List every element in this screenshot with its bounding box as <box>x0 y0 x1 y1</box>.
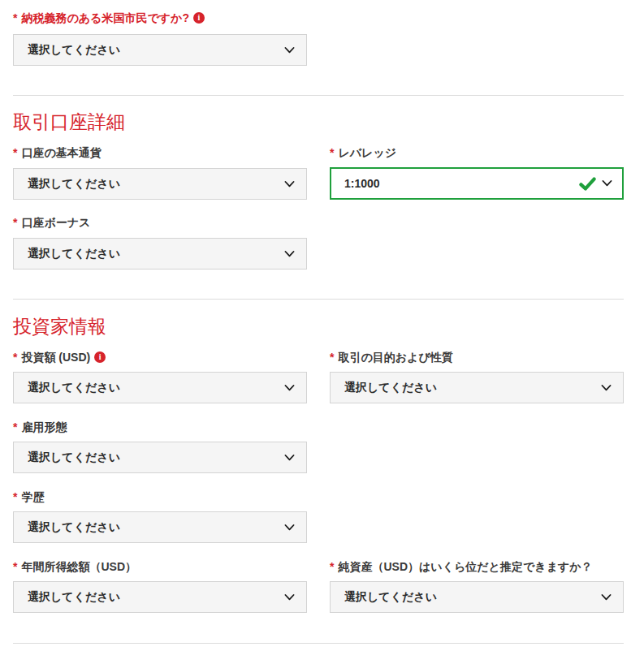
field-label-net-worth: *純資産（USD）はいくら位だと推定できますか？ <box>330 558 593 575</box>
section-divider <box>13 643 624 644</box>
label-text: 純資産（USD）はいくら位だと推定できますか？ <box>338 558 592 575</box>
field-label-us-citizen: *納税義務のある米国市民ですか?i <box>13 10 205 26</box>
label-text: 年間所得総額（USD） <box>21 558 136 575</box>
label-text: 口座の基本通貨 <box>21 144 101 161</box>
chevron-down-icon <box>601 594 612 601</box>
select-value: 選択してください <box>344 381 601 395</box>
select-value: 選択してください <box>28 520 284 535</box>
select-value: 選択してください <box>28 451 284 465</box>
label-text: 雇用形態 <box>21 419 67 435</box>
label-text: 取引の目的および性質 <box>338 349 452 365</box>
select-value: 選択してください <box>28 43 284 58</box>
net-worth-select[interactable]: 選択してください <box>330 581 624 613</box>
chevron-down-icon <box>284 455 295 461</box>
field-label-education: *学歴 <box>13 489 44 505</box>
checkmark-icon <box>579 177 596 191</box>
trading-purpose-select[interactable]: 選択してください <box>330 372 624 403</box>
chevron-down-icon <box>284 47 295 54</box>
section-divider <box>13 95 624 96</box>
investment-amount-select[interactable]: 選択してください <box>13 372 307 403</box>
chevron-down-icon <box>284 594 295 601</box>
select-value: 選択してください <box>28 177 284 192</box>
chevron-down-icon <box>601 385 612 391</box>
section-title-investor-info: 投資家情報 <box>13 315 106 338</box>
info-icon[interactable]: i <box>193 12 205 24</box>
chevron-down-icon <box>602 180 612 187</box>
leverage-select[interactable]: 1:1000 <box>330 167 624 200</box>
chevron-down-icon <box>284 251 295 257</box>
required-asterisk: * <box>330 144 334 161</box>
required-asterisk: * <box>13 144 17 161</box>
required-asterisk: * <box>13 489 17 505</box>
base-currency-select[interactable]: 選択してください <box>13 168 307 200</box>
field-label-trading-purpose: *取引の目的および性質 <box>330 349 453 365</box>
required-asterisk: * <box>13 349 17 365</box>
chevron-down-icon <box>284 385 295 391</box>
field-label-investment-amount: *投資額 (USD)i <box>13 349 106 365</box>
required-asterisk: * <box>330 558 334 575</box>
label-text: 納税義務のある米国市民ですか? <box>21 10 189 26</box>
required-asterisk: * <box>13 10 17 26</box>
select-value: 選択してください <box>28 590 284 605</box>
select-value: 選択してください <box>344 590 601 605</box>
education-select[interactable]: 選択してください <box>13 511 307 543</box>
label-text: 投資額 (USD) <box>21 349 90 365</box>
required-asterisk: * <box>13 214 17 231</box>
field-label-leverage: *レバレッジ <box>330 144 396 161</box>
field-label-base-currency: *口座の基本通貨 <box>13 144 102 161</box>
select-value: 選択してください <box>28 247 284 261</box>
select-value: 選択してください <box>28 381 284 395</box>
required-asterisk: * <box>13 558 17 575</box>
chevron-down-icon <box>284 181 295 188</box>
label-text: レバレッジ <box>338 144 396 161</box>
field-label-account-bonus: *口座ボーナス <box>13 214 90 231</box>
us-citizen-select[interactable]: 選択してください <box>13 34 307 66</box>
field-label-employment: *雇用形態 <box>13 419 67 435</box>
registration-form: *納税義務のある米国市民ですか?i 選択してください 取引口座詳細 *口座の基本… <box>0 0 644 651</box>
section-divider <box>13 299 624 300</box>
employment-select[interactable]: 選択してください <box>13 442 307 473</box>
field-label-annual-income: *年間所得総額（USD） <box>13 558 136 575</box>
required-asterisk: * <box>13 419 17 435</box>
required-asterisk: * <box>330 349 334 365</box>
chevron-down-icon <box>284 524 295 531</box>
section-title-account-details: 取引口座詳細 <box>13 110 125 133</box>
select-value: 1:1000 <box>344 177 579 190</box>
annual-income-select[interactable]: 選択してください <box>13 581 307 613</box>
label-text: 口座ボーナス <box>21 214 90 231</box>
label-text: 学歴 <box>21 489 44 505</box>
account-bonus-select[interactable]: 選択してください <box>13 238 307 269</box>
info-icon[interactable]: i <box>94 351 106 363</box>
